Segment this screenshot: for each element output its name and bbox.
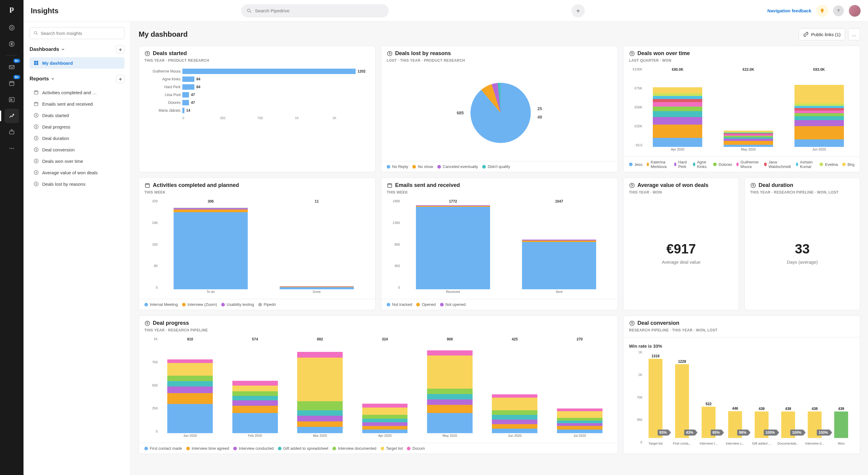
svg-text:$: $ xyxy=(752,183,754,187)
svg-text:$: $ xyxy=(36,160,37,163)
public-links-button[interactable]: Public links (1) xyxy=(799,28,845,40)
sidebar-report-item[interactable]: $Deal progress xyxy=(30,121,124,132)
add-report-button[interactable]: ＋ xyxy=(116,75,124,83)
legend-item: Katerina Merklova xyxy=(647,160,670,169)
card-deals-started[interactable]: $Deals startedTHIS YEAR · PRODUCT RESEAR… xyxy=(138,46,375,172)
hbar-row: Dolores47 xyxy=(144,99,370,107)
svg-point-1 xyxy=(9,25,14,30)
add-dashboard-button[interactable]: ＋ xyxy=(116,45,124,54)
sidebar-report-item[interactable]: $Deals lost by reasons xyxy=(30,178,124,190)
rail-more-icon[interactable] xyxy=(4,141,19,156)
rail-mail-icon[interactable]: 9+ xyxy=(4,60,19,74)
rail-deals-icon[interactable] xyxy=(4,37,19,51)
hbar-row: Hard Perk84 xyxy=(144,83,370,91)
card-activities[interactable]: Activities completed and plannedTHIS WEE… xyxy=(138,178,375,310)
insights-search[interactable] xyxy=(30,27,124,39)
svg-text:$: $ xyxy=(36,148,37,151)
emails-chart: 18001350900450017721047ReceivedSent xyxy=(387,199,612,296)
legend-item: Opened xyxy=(416,302,435,307)
svg-text:$: $ xyxy=(36,137,37,140)
card-emails[interactable]: Emails sent and receivedTHIS WEEK 180013… xyxy=(381,178,618,310)
search-icon xyxy=(247,8,252,13)
legend-item: Interview (Zoom) xyxy=(182,302,217,307)
svg-rect-18 xyxy=(34,102,38,106)
dashboard-icon xyxy=(33,60,39,66)
reports-heading[interactable]: Reports ＋ xyxy=(30,75,124,83)
svg-rect-39 xyxy=(145,183,149,188)
money-icon: $ xyxy=(629,320,635,326)
legend-item: Didn't qualify xyxy=(482,164,510,169)
card-deals-lost[interactable]: $Deals lost by reasonsLOST · THIS YEAR ·… xyxy=(381,46,618,172)
calendar-icon xyxy=(33,90,39,95)
svg-text:$: $ xyxy=(36,183,37,185)
card-progress[interactable]: $Deal progressTHIS YEAR · RESEARCH PIPEL… xyxy=(138,315,618,454)
activities-legend: Internal MeetingInterview (Zoom)Usabilit… xyxy=(139,299,375,310)
page-section-title: Insights xyxy=(31,7,59,15)
money-icon: $ xyxy=(33,112,39,118)
duration-number: 33 xyxy=(795,241,810,257)
chevron-down-icon xyxy=(61,47,65,52)
nav-feedback-link[interactable]: Navigation feedback xyxy=(767,8,811,13)
calendar-icon xyxy=(33,101,39,107)
emails-legend: Not trackedOpenedNot opened xyxy=(381,299,618,310)
svg-text:$: $ xyxy=(147,52,148,55)
legend-item: No Reply xyxy=(387,164,408,169)
hbar-row: Liisa Pool47 xyxy=(144,91,370,99)
legend-item: Evelina xyxy=(819,160,838,169)
legend-item: Jess xyxy=(629,160,643,169)
rail-contacts-icon[interactable] xyxy=(4,93,19,107)
svg-text:$: $ xyxy=(36,126,37,128)
svg-rect-14 xyxy=(36,61,38,63)
dashboard-menu-button[interactable]: … xyxy=(848,28,860,40)
deals-started-chart: Guilherme Moura1202Agne Kinks84Hard Perk… xyxy=(139,65,375,172)
help-button[interactable]: ? xyxy=(833,5,844,16)
legend-item: Guilherme Moura xyxy=(736,160,760,169)
global-search-input[interactable] xyxy=(255,8,383,13)
sidebar-report-item[interactable]: $Deal duration xyxy=(30,132,124,144)
legend-item: Docum xyxy=(407,446,425,451)
rail-products-icon[interactable] xyxy=(4,125,19,139)
rail-leads-icon[interactable] xyxy=(4,21,19,35)
card-duration[interactable]: $Deal durationTHIS YEAR · RESEARCH PIPEL… xyxy=(744,178,860,310)
deals-lost-chart: 685 25 49 xyxy=(387,67,612,158)
dashboards-heading[interactable]: Dashboards ＋ xyxy=(30,45,124,54)
user-avatar[interactable] xyxy=(849,5,861,17)
tips-button[interactable] xyxy=(816,5,828,17)
rail-activities-icon[interactable]: 9+ xyxy=(4,76,19,91)
sidebar-dashboard-item[interactable]: My dashboard xyxy=(30,57,124,69)
svg-rect-16 xyxy=(36,63,38,65)
sidebar-report-item[interactable]: $Deals won over time xyxy=(30,155,124,167)
activities-badge: 9+ xyxy=(13,75,20,79)
svg-text:$: $ xyxy=(36,114,37,117)
link-icon xyxy=(803,32,809,37)
sidebar-report-item[interactable]: $Deal conversion xyxy=(30,144,124,155)
card-conversion[interactable]: $Deal conversionRESEARCH PIPELINE · THIS… xyxy=(623,315,860,454)
sidebar-report-item[interactable]: $Average value of won deals xyxy=(30,167,124,178)
top-bar: Insights ＋ Navigation feedback ? xyxy=(24,0,868,22)
money-icon: $ xyxy=(33,169,39,175)
winrate-label: Win rate is 33% xyxy=(629,340,855,348)
legend-item: Agne Kinks xyxy=(693,160,709,169)
money-icon: $ xyxy=(33,158,39,164)
card-deals-won[interactable]: $Deals won over timeLAST QUARTER · WON €… xyxy=(623,46,860,172)
deals-lost-legend: No ReplyNo showCanceled eventuallyDidn't… xyxy=(381,161,618,172)
svg-point-6 xyxy=(10,99,12,100)
insights-search-input[interactable] xyxy=(41,31,121,36)
legend-item: Not opened xyxy=(440,302,466,307)
app-logo[interactable]: p xyxy=(10,4,14,13)
sidebar-report-item[interactable]: Activities completed and … xyxy=(30,87,124,98)
legend-item: Birg xyxy=(842,160,855,169)
money-icon: $ xyxy=(387,50,393,57)
card-avg-value[interactable]: $Average value of won dealsTHIS YEAR · W… xyxy=(623,178,739,310)
deals-won-legend: JessKaterina MerklovaHard PerkAgne Kinks… xyxy=(624,157,860,172)
rail-insights-icon[interactable] xyxy=(4,109,19,123)
legend-item: Gift added to spreadsheet xyxy=(278,446,329,451)
legend-item: First contact made xyxy=(144,446,182,451)
legend-item: Internal Meeting xyxy=(144,302,178,307)
svg-point-10 xyxy=(13,148,14,149)
quick-add-button[interactable]: ＋ xyxy=(571,4,585,18)
sidebar-report-item[interactable]: $Deals started xyxy=(30,109,124,121)
svg-rect-13 xyxy=(34,61,36,63)
global-search[interactable] xyxy=(241,4,389,18)
sidebar-report-item[interactable]: Emails sent and received xyxy=(30,98,124,109)
